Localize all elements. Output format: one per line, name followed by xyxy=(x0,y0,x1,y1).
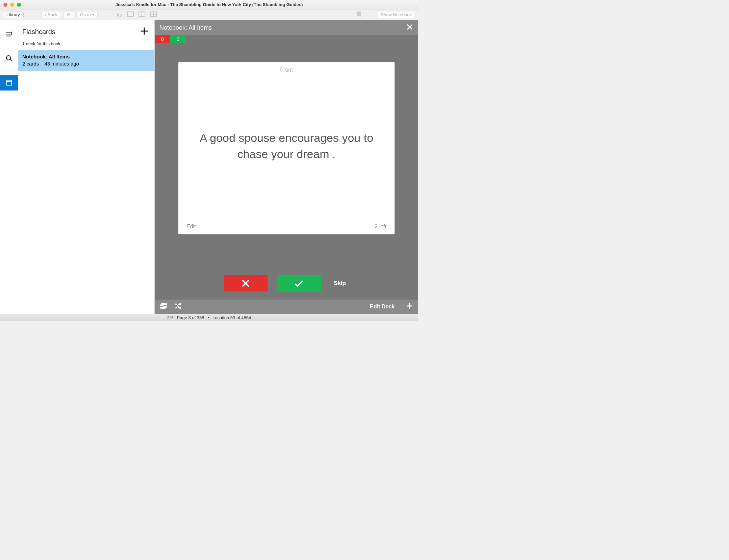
flashcard-actions: Skip xyxy=(155,266,418,300)
card-text: A good spouse encourages you to chase yo… xyxy=(184,130,388,162)
rail-flashcards-icon[interactable] xyxy=(0,75,18,91)
deck-count-label: 1 deck for this book xyxy=(18,39,154,50)
chevron-left-icon: ‹ xyxy=(45,12,46,17)
grid-view-icon[interactable] xyxy=(149,11,158,18)
score-right: 0 xyxy=(170,35,186,43)
back-button[interactable]: ‹ Back xyxy=(41,11,61,18)
deck-list-item[interactable]: Notebook: All Items 2 cards 43 minutes a… xyxy=(18,50,154,71)
window-title: Jessica's Kindle for Mac - The Shambling… xyxy=(0,2,418,7)
titlebar: Jessica's Kindle for Mac - The Shambling… xyxy=(0,0,418,9)
svg-rect-0 xyxy=(127,12,133,17)
chevron-down-icon: ▾ xyxy=(92,13,94,17)
edit-deck-button[interactable]: Edit Deck xyxy=(370,304,395,310)
bookmark-icon[interactable] xyxy=(355,11,363,18)
sync-button[interactable]: ⟳ xyxy=(63,11,74,18)
svg-rect-13 xyxy=(6,81,11,85)
two-column-icon[interactable] xyxy=(137,11,147,18)
flashcard-bottom-bar: Edit Deck xyxy=(155,300,418,314)
mark-correct-button[interactable] xyxy=(277,275,321,291)
status-separator: • xyxy=(207,315,209,320)
shuffle-icon[interactable] xyxy=(174,302,182,311)
goto-label: Go to xyxy=(80,12,91,17)
font-size-icon[interactable]: Aa xyxy=(115,12,124,18)
skip-button[interactable]: Skip xyxy=(330,280,349,287)
card-side-label: Front xyxy=(178,62,395,73)
svg-point-11 xyxy=(6,56,10,60)
svg-point-7 xyxy=(11,32,12,32)
card-remaining-label: 2 left xyxy=(375,224,386,230)
flashcard-header-title: Notebook: All Items xyxy=(159,24,212,31)
status-location: Location 53 of 4864 xyxy=(212,315,251,320)
library-button[interactable]: Library xyxy=(3,11,24,18)
svg-point-9 xyxy=(11,34,12,34)
card-edit-link[interactable]: Edit xyxy=(186,224,196,230)
repeat-icon[interactable] xyxy=(159,302,168,311)
sync-icon: ⟳ xyxy=(67,12,71,17)
mark-wrong-button[interactable] xyxy=(224,275,268,291)
show-notebook-button[interactable]: Show Notebook xyxy=(377,11,416,18)
deck-time: 43 minutes ago xyxy=(44,61,79,67)
close-flashcards-button[interactable] xyxy=(406,23,413,32)
flashcards-sidebar: Flashcards 1 deck for this book Notebook… xyxy=(18,20,155,314)
main-area: Flashcards 1 deck for this book Notebook… xyxy=(0,20,418,314)
score-bar: 0 0 xyxy=(155,35,418,43)
flashcard-header: Notebook: All Items xyxy=(155,20,418,35)
left-rail xyxy=(0,20,18,314)
rail-toc-icon[interactable] xyxy=(0,26,18,42)
add-card-button[interactable] xyxy=(405,302,413,311)
deck-title: Notebook: All Items xyxy=(22,54,150,59)
rail-search-icon[interactable] xyxy=(0,51,18,66)
flashcard[interactable]: Front A good spouse encourages you to ch… xyxy=(178,62,395,234)
status-percent: 2% xyxy=(167,315,174,320)
single-column-icon[interactable] xyxy=(126,11,135,18)
goto-button[interactable]: Go to ▾ xyxy=(76,11,98,18)
status-page: Page 3 of 358 xyxy=(177,315,204,320)
back-label: Back xyxy=(48,12,57,17)
sidebar-title: Flashcards xyxy=(22,28,55,36)
deck-card-count: 2 cards xyxy=(22,61,39,67)
toolbar: Library ‹ Back ⟳ Go to ▾ Aa Show Noteboo… xyxy=(0,9,418,20)
flashcard-panel: Notebook: All Items 0 0 Front A good spo… xyxy=(155,20,418,314)
status-bar: 2% Page 3 of 358 • Location 53 of 4864 xyxy=(0,314,418,321)
add-deck-button[interactable] xyxy=(140,26,149,37)
score-wrong: 0 xyxy=(155,35,170,43)
svg-line-12 xyxy=(10,59,12,61)
